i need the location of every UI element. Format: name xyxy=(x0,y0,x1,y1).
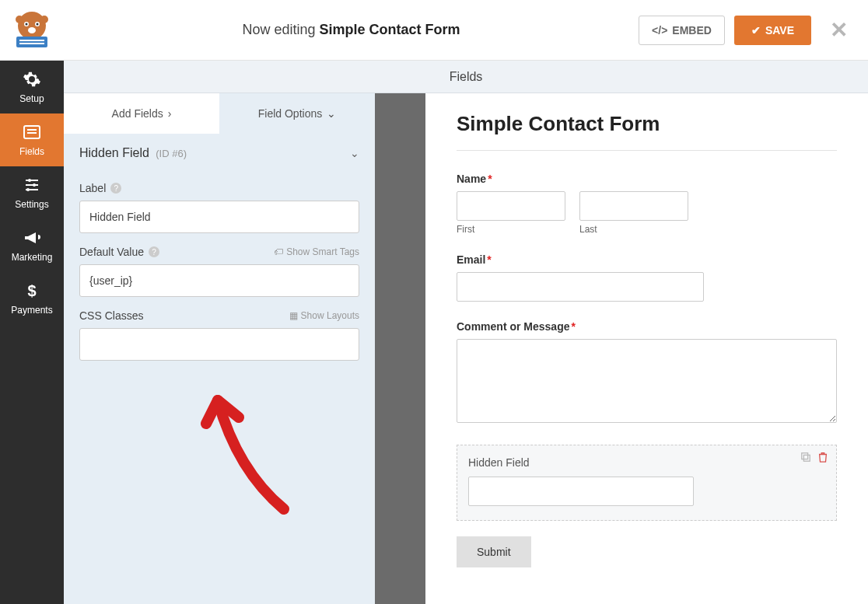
chevron-down-icon: ⌄ xyxy=(327,107,336,120)
show-smart-tags-link[interactable]: 🏷 Show Smart Tags xyxy=(274,246,359,257)
css-classes-input[interactable] xyxy=(79,328,359,361)
list-icon xyxy=(23,123,41,141)
svg-point-19 xyxy=(26,188,30,191)
close-icon[interactable]: ✕ xyxy=(821,17,857,43)
svg-rect-9 xyxy=(19,40,44,41)
tag-icon: 🏷 xyxy=(274,246,283,257)
tab-field-options[interactable]: Field Options ⌄ xyxy=(219,93,375,134)
app-logo xyxy=(0,0,64,61)
nav-payments[interactable]: $ Payments xyxy=(0,272,64,325)
svg-rect-22 xyxy=(803,455,810,461)
bullhorn-icon xyxy=(23,229,41,247)
svg-point-0 xyxy=(18,12,46,40)
nav-settings[interactable]: Settings xyxy=(0,166,64,219)
duplicate-icon[interactable] xyxy=(800,452,811,463)
trash-icon[interactable] xyxy=(817,452,828,463)
help-icon[interactable]: ? xyxy=(110,183,121,194)
nav-fields[interactable]: Fields xyxy=(0,113,64,166)
svg-text:$: $ xyxy=(27,282,36,299)
hidden-field-label: Hidden Field xyxy=(468,456,825,469)
name-label: Name* xyxy=(457,173,837,185)
last-sublabel: Last xyxy=(579,224,688,235)
show-layouts-link[interactable]: ▦ Show Layouts xyxy=(289,310,359,321)
divider xyxy=(457,150,837,151)
label-input[interactable] xyxy=(79,201,359,233)
panel-header: Fields xyxy=(64,61,868,93)
email-input[interactable] xyxy=(457,272,704,302)
form-title: Simple Contact Form xyxy=(457,112,837,136)
svg-rect-8 xyxy=(16,37,47,47)
nav-marketing[interactable]: Marketing xyxy=(0,219,64,272)
default-value-label: Default Value ? xyxy=(79,246,159,258)
grid-icon: ▦ xyxy=(289,310,298,321)
label-label: Label ? xyxy=(79,182,121,194)
svg-point-7 xyxy=(40,16,48,23)
check-icon: ✔ xyxy=(751,24,761,37)
svg-point-4 xyxy=(37,23,39,26)
sliders-icon xyxy=(23,176,41,194)
field-options-header[interactable]: Hidden Field (ID #6) ⌄ xyxy=(64,134,375,173)
comment-label: Comment or Message* xyxy=(457,320,837,333)
code-icon: </> xyxy=(652,24,667,37)
hidden-field-input[interactable] xyxy=(468,477,694,506)
first-sublabel: First xyxy=(457,224,565,235)
gear-icon xyxy=(23,70,41,89)
comment-textarea[interactable] xyxy=(457,339,837,423)
svg-point-15 xyxy=(28,179,31,182)
svg-point-3 xyxy=(26,23,28,26)
embed-button[interactable]: </> EMBED xyxy=(639,16,725,45)
first-name-input[interactable] xyxy=(457,191,565,221)
last-name-input[interactable] xyxy=(579,191,688,221)
editing-title: Now editing Simple Contact Form xyxy=(64,22,639,38)
chevron-right-icon: › xyxy=(168,107,172,120)
default-value-input[interactable] xyxy=(79,264,359,297)
save-button[interactable]: ✔ SAVE xyxy=(734,16,811,45)
nav-setup[interactable]: Setup xyxy=(0,61,64,113)
css-classes-label: CSS Classes xyxy=(79,309,143,322)
hidden-field-block[interactable]: Hidden Field xyxy=(457,445,837,521)
dollar-icon: $ xyxy=(23,281,41,300)
svg-point-17 xyxy=(33,183,36,187)
svg-rect-10 xyxy=(19,43,44,44)
svg-rect-21 xyxy=(802,453,808,459)
help-icon[interactable]: ? xyxy=(149,246,159,257)
chevron-down-icon: ⌄ xyxy=(350,147,359,159)
submit-button[interactable]: Submit xyxy=(457,536,531,567)
svg-point-6 xyxy=(16,16,23,23)
email-label: Email* xyxy=(457,253,837,266)
svg-point-5 xyxy=(28,27,36,33)
tab-add-fields[interactable]: Add Fields › xyxy=(64,93,219,134)
